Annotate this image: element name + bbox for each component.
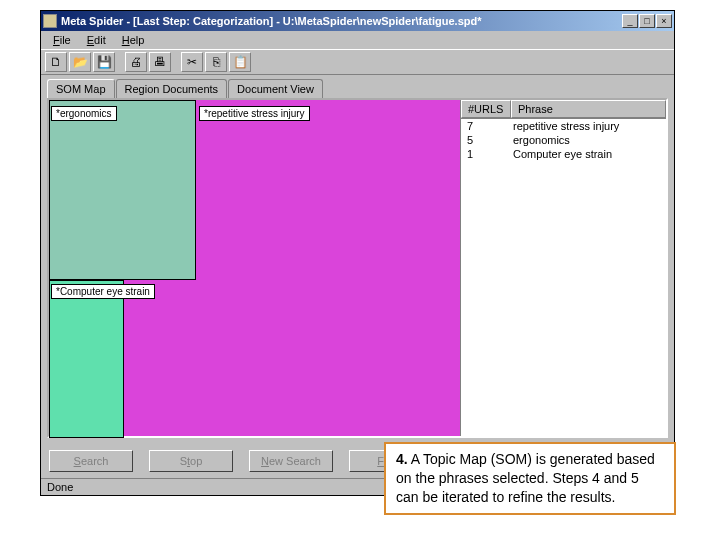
print-preview-icon[interactable]: 🖨 bbox=[125, 52, 147, 72]
phrase-panel: #URLS Phrase 7 repetitive stress injury … bbox=[461, 100, 666, 436]
cut-icon[interactable]: ✂ bbox=[181, 52, 203, 72]
maximize-button[interactable]: □ bbox=[639, 14, 655, 28]
paste-icon[interactable]: 📋 bbox=[229, 52, 251, 72]
content-pane: *ergonomics *repetitive stress injury *C… bbox=[47, 98, 668, 438]
label-ergonomics: *ergonomics bbox=[51, 106, 117, 121]
callout-number: 4. bbox=[396, 451, 408, 467]
app-window: Meta Spider - [Last Step: Categorization… bbox=[40, 10, 675, 496]
tab-strip: SOM Map Region Documents Document View bbox=[41, 75, 674, 98]
close-button[interactable]: × bbox=[656, 14, 672, 28]
save-file-icon[interactable]: 💾 bbox=[93, 52, 115, 72]
som-map[interactable]: *ergonomics *repetitive stress injury *C… bbox=[49, 100, 461, 436]
region-ergonomics[interactable] bbox=[49, 100, 196, 280]
copy-icon[interactable]: ⎘ bbox=[205, 52, 227, 72]
toolbar: 🗋 📂 💾 🖨 🖶 ✂ ⎘ 📋 bbox=[41, 49, 674, 75]
table-row[interactable]: 5 ergonomics bbox=[461, 133, 666, 147]
table-row[interactable]: 7 repetitive stress injury bbox=[461, 119, 666, 133]
search-button[interactable]: Search bbox=[49, 450, 133, 472]
menu-file[interactable]: File bbox=[45, 33, 79, 47]
menubar: File Edit Help bbox=[41, 31, 674, 49]
window-title: Meta Spider - [Last Step: Categorization… bbox=[61, 15, 622, 27]
menu-edit[interactable]: Edit bbox=[79, 33, 114, 47]
tab-som-map[interactable]: SOM Map bbox=[47, 79, 115, 98]
callout-text: A Topic Map (SOM) is generated based on … bbox=[396, 451, 655, 505]
phrase-rows: 7 repetitive stress injury 5 ergonomics … bbox=[461, 119, 666, 436]
annotation-callout: 4. A Topic Map (SOM) is generated based … bbox=[384, 442, 676, 515]
label-repetitive: *repetitive stress injury bbox=[199, 106, 310, 121]
new-search-button[interactable]: New Search bbox=[249, 450, 333, 472]
menu-help[interactable]: Help bbox=[114, 33, 153, 47]
col-header-phrase[interactable]: Phrase bbox=[511, 100, 666, 118]
col-header-urls[interactable]: #URLS bbox=[461, 100, 511, 118]
new-file-icon[interactable]: 🗋 bbox=[45, 52, 67, 72]
print-icon[interactable]: 🖶 bbox=[149, 52, 171, 72]
minimize-button[interactable]: _ bbox=[622, 14, 638, 28]
tab-document-view[interactable]: Document View bbox=[228, 79, 323, 98]
app-icon bbox=[43, 14, 57, 28]
region-eye-strain[interactable] bbox=[49, 280, 124, 438]
label-eye-strain: *Computer eye strain bbox=[51, 284, 155, 299]
titlebar: Meta Spider - [Last Step: Categorization… bbox=[41, 11, 674, 31]
stop-button[interactable]: Stop bbox=[149, 450, 233, 472]
tab-region-documents[interactable]: Region Documents bbox=[116, 79, 228, 98]
window-controls: _ □ × bbox=[622, 14, 672, 28]
phrase-header: #URLS Phrase bbox=[461, 100, 666, 119]
table-row[interactable]: 1 Computer eye strain bbox=[461, 147, 666, 161]
open-file-icon[interactable]: 📂 bbox=[69, 52, 91, 72]
